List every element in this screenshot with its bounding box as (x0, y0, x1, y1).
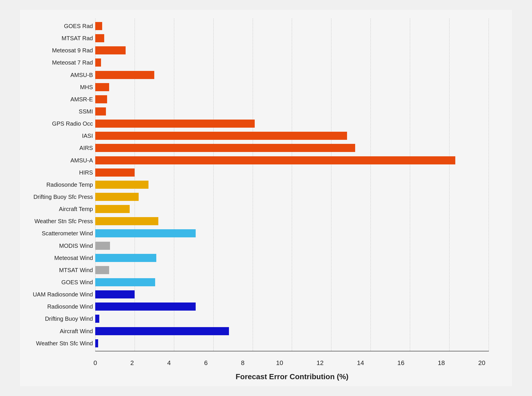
x-axis-label: 14 (357, 359, 364, 367)
x-axis-label: 12 (317, 359, 324, 367)
bar-row: IASI (95, 130, 489, 142)
bar: Radiosonde Temp (95, 181, 148, 189)
bar-row: Drifting Buoy Wind (95, 313, 489, 325)
bar: Meteosat Wind (95, 254, 156, 262)
bar-label: Drifting Buoy Wind (45, 316, 93, 322)
bar: Meteosat 7 Rad (95, 58, 101, 67)
bar-row: GPS Radio Occ (95, 118, 489, 130)
x-axis-label: 18 (438, 359, 445, 367)
chart-container: GOES RadMTSAT RadMeteosat 9 RadMeteosat … (20, 10, 512, 386)
bar-row: Weather Stn Sfc Press (95, 215, 489, 227)
bar-row: Drifting Buoy Sfc Press (95, 191, 489, 203)
bar: IASI (95, 132, 347, 140)
x-axis-label: 0 (93, 359, 97, 367)
bar-row: Meteosat 9 Rad (95, 44, 489, 56)
bar-row: SSMI (95, 105, 489, 118)
bar-row: MHS (95, 81, 489, 93)
bar-label: Scatterometer Wind (42, 230, 93, 237)
bar-label: AMSU-B (70, 72, 93, 78)
bar-label: AMSR-E (70, 96, 93, 102)
bar-label: Weather Stn Sfc Wind (36, 340, 93, 346)
x-axis-label: 8 (241, 359, 245, 367)
bar-row: Aircraft Temp (95, 203, 489, 215)
bar-row: Weather Stn Sfc Wind (95, 337, 489, 349)
bar-row: MTSAT Rad (95, 32, 489, 44)
bar-label: SSMI (79, 108, 93, 115)
x-axis-labels: 02468101214161820 (95, 359, 489, 367)
bar: MHS (95, 83, 109, 91)
bar-label: AIRS (79, 145, 93, 151)
bar-label: GPS Radio Occ (52, 120, 93, 127)
bar-row: AMSU-B (95, 69, 489, 81)
bar-row: GOES Rad (95, 20, 489, 32)
bar-label: MODIS Wind (59, 242, 93, 249)
x-axis-label: 20 (478, 359, 485, 367)
bar-row: UAM Radiosonde Wind (95, 288, 489, 300)
bar: Scatterometer Wind (95, 229, 196, 237)
bar-row: MTSAT Wind (95, 264, 489, 276)
bar: SSMI (95, 107, 106, 116)
bar: Drifting Buoy Sfc Press (95, 193, 139, 201)
bar: Aircraft Temp (95, 205, 130, 213)
bar-row: Radiosonde Wind (95, 300, 489, 313)
bar-label: Aircraft Temp (59, 206, 93, 212)
bar: Weather Stn Sfc Press (95, 217, 158, 225)
bar: Radiosonde Wind (95, 302, 196, 311)
bar-label: Radiosonde Wind (47, 303, 93, 310)
x-axis-label: 16 (397, 359, 404, 367)
bar: GOES Wind (95, 278, 155, 286)
bar: MTSAT Rad (95, 34, 104, 42)
bar-label: MHS (80, 84, 93, 90)
bar-label: UAM Radiosonde Wind (33, 291, 93, 298)
x-axis-title: Forecast Error Contribution (%) (95, 372, 489, 381)
bar-label: Aircraft Wind (60, 328, 93, 334)
bar-row: HIRS (95, 166, 489, 179)
bar-label: Meteosat 7 Rad (52, 59, 93, 66)
bars-wrapper: GOES RadMTSAT RadMeteosat 9 RadMeteosat … (95, 19, 489, 351)
bar-label: Drifting Buoy Sfc Press (33, 194, 93, 200)
x-axis-label: 2 (130, 359, 134, 367)
chart-area: GOES RadMTSAT RadMeteosat 9 RadMeteosat … (95, 19, 489, 351)
bar-label: HIRS (79, 169, 93, 176)
bar-row: MODIS Wind (95, 240, 489, 252)
bar-label: MTSAT Wind (59, 267, 93, 273)
x-axis-label: 6 (204, 359, 208, 367)
bar: Aircraft Wind (95, 327, 229, 335)
bar: AIRS (95, 144, 355, 152)
bar: Drifting Buoy Wind (95, 315, 99, 323)
bar-row: Meteosat 7 Rad (95, 56, 489, 69)
bar: Meteosat 9 Rad (95, 46, 126, 54)
bar-row: AIRS (95, 142, 489, 154)
bar-row: AMSR-E (95, 93, 489, 105)
x-axis-label: 4 (167, 359, 171, 367)
bar-row: Radiosonde Temp (95, 179, 489, 191)
bar-label: AMSU-A (70, 157, 93, 164)
bar: MTSAT Wind (95, 266, 109, 274)
bar: UAM Radiosonde Wind (95, 290, 135, 298)
bar-row: Aircraft Wind (95, 325, 489, 337)
bar-label: Meteosat Wind (54, 254, 93, 261)
bar: AMSR-E (95, 95, 107, 103)
bar: AMSU-A (95, 156, 455, 164)
bar-label: GOES Rad (64, 23, 93, 30)
bar: MODIS Wind (95, 242, 110, 250)
bar: HIRS (95, 168, 135, 177)
bar-row: AMSU-A (95, 154, 489, 166)
bar: GOES Rad (95, 22, 102, 30)
bar-row: Scatterometer Wind (95, 227, 489, 239)
bar-label: Meteosat 9 Rad (52, 47, 93, 54)
bar-row: GOES Wind (95, 276, 489, 288)
bar: Weather Stn Sfc Wind (95, 339, 98, 347)
bar-label: MTSAT Rad (62, 35, 93, 42)
bar-label: Radiosonde Temp (46, 181, 93, 188)
bar-label: IASI (82, 133, 93, 139)
bar: GPS Radio Occ (95, 120, 255, 128)
bar-label: GOES Wind (61, 279, 93, 286)
x-axis-label: 10 (276, 359, 283, 367)
bar: AMSU-B (95, 71, 154, 79)
bar-label: Weather Stn Sfc Press (34, 218, 93, 225)
bar-row: Meteosat Wind (95, 252, 489, 264)
